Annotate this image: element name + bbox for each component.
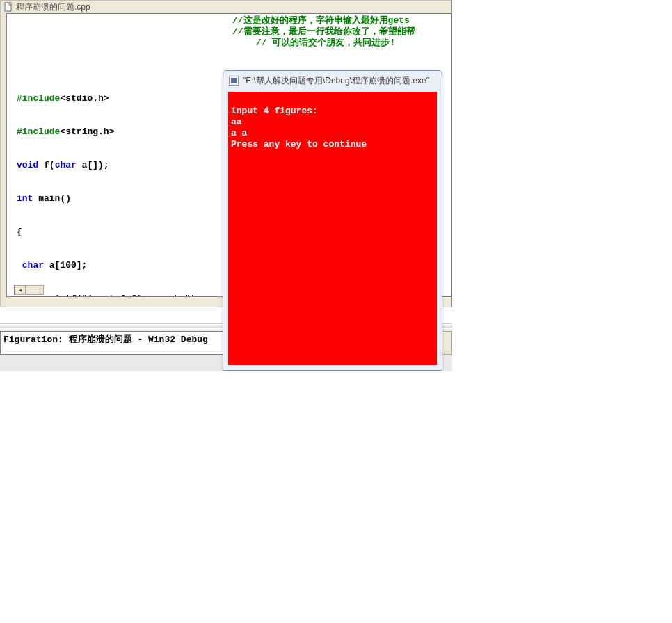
scroll-thumb[interactable] xyxy=(26,285,44,295)
console-app-icon xyxy=(229,76,239,86)
console-output[interactable]: input 4 figures: aa a a Press any key to… xyxy=(228,92,437,365)
code-token: <stdio.h> xyxy=(60,93,109,104)
scroll-left-button[interactable]: ◂ xyxy=(15,285,26,295)
code-comment: //这是改好的程序，字符串输入最好用gets xyxy=(232,15,410,26)
code-token: #include xyxy=(17,93,60,104)
code-token: char xyxy=(55,160,77,170)
code-token: #include xyxy=(17,127,60,137)
svg-rect-0 xyxy=(5,3,11,11)
editor-hscroll[interactable]: ◂ xyxy=(14,285,44,295)
editor-titlebar: 程序崩溃的问题.cpp xyxy=(1,1,451,13)
code-token: a[]); xyxy=(77,160,109,170)
code-token: void xyxy=(17,160,38,170)
code-comment: //需要注意，最后一行我给你改了，希望能帮 xyxy=(232,26,415,38)
console-titlebar[interactable]: "E:\帮人解决问题专用\Debug\程序崩溃的问题.exe" xyxy=(223,71,442,90)
console-title: "E:\帮人解决问题专用\Debug\程序崩溃的问题.exe" xyxy=(243,75,429,87)
code-token: int xyxy=(17,193,33,204)
editor-tab-title: 程序崩溃的问题.cpp xyxy=(16,1,90,13)
console-line: Press any key to continue xyxy=(231,139,367,149)
code-token: char xyxy=(17,260,44,270)
file-icon xyxy=(3,2,13,12)
code-comment: // 可以的话交个朋友，共同进步! xyxy=(256,38,395,49)
code-token: main() xyxy=(33,193,71,204)
console-window[interactable]: "E:\帮人解决问题专用\Debug\程序崩溃的问题.exe" input 4 … xyxy=(223,70,442,371)
console-line: aa xyxy=(231,117,242,127)
code-token: a[100]; xyxy=(44,260,87,270)
console-line: a a xyxy=(231,128,247,138)
code-token: <string.h> xyxy=(60,127,114,137)
console-line: input 4 figures: xyxy=(231,106,318,116)
code-token: f( xyxy=(38,160,54,170)
